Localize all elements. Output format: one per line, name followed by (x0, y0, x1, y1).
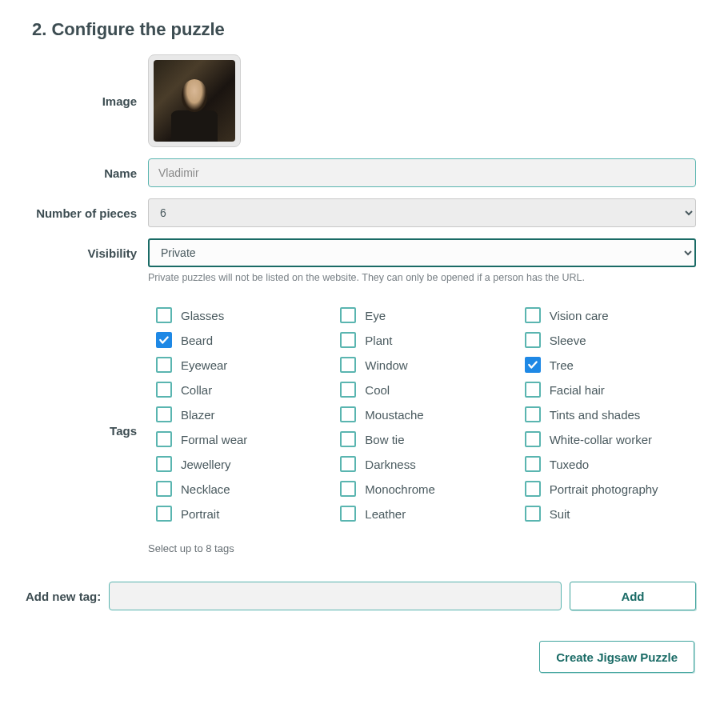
tag-checkbox[interactable] (156, 332, 172, 348)
tag-item: Leather (340, 506, 511, 522)
tags-grid: GlassesBeardEyewearCollarBlazerFormal we… (148, 304, 696, 522)
tag-label[interactable]: Glasses (181, 309, 224, 322)
tag-label[interactable]: Vision care (550, 309, 609, 322)
tag-checkbox[interactable] (340, 382, 356, 398)
tag-label[interactable]: Window (365, 358, 407, 372)
tag-label[interactable]: Facial hair (550, 383, 605, 397)
tag-checkbox[interactable] (340, 307, 356, 323)
tag-label[interactable]: Beard (181, 334, 213, 347)
tag-checkbox[interactable] (156, 406, 172, 422)
row-submit: Create Jigsaw Puzzle (24, 641, 696, 673)
row-pieces: Number of pieces 6 (24, 198, 696, 227)
tag-item: Eye (340, 307, 511, 323)
tags-note: Select up to 8 tags (148, 542, 696, 554)
tag-checkbox[interactable] (525, 431, 541, 447)
label-tags: Tags (24, 304, 148, 438)
tag-label[interactable]: Suit (550, 507, 570, 521)
label-name: Name (24, 166, 148, 180)
tag-checkbox[interactable] (525, 332, 541, 348)
tag-checkbox[interactable] (156, 307, 172, 323)
tag-checkbox[interactable] (156, 481, 172, 497)
tag-checkbox[interactable] (340, 456, 356, 472)
tag-item: Tints and shades (525, 406, 696, 422)
tag-item: Window (340, 357, 511, 373)
tag-checkbox[interactable] (156, 382, 172, 398)
tag-item: White-collar worker (525, 431, 696, 447)
tag-checkbox[interactable] (156, 357, 172, 373)
tag-item: Moustache (340, 406, 511, 422)
tag-label[interactable]: Bow tie (365, 433, 404, 446)
tag-label[interactable]: Necklace (181, 482, 230, 496)
tag-checkbox[interactable] (525, 382, 541, 398)
tag-checkbox[interactable] (525, 506, 541, 522)
pieces-select[interactable]: 6 (148, 198, 696, 227)
section-heading: 2. Configure the puzzle (32, 19, 696, 40)
row-name: Name (24, 158, 696, 187)
tag-label[interactable]: Darkness (365, 458, 415, 471)
tag-item: Suit (525, 506, 696, 522)
tag-label[interactable]: Tuxedo (550, 458, 589, 471)
tag-label[interactable]: Jewellery (181, 458, 231, 471)
tag-item: Glasses (156, 307, 327, 323)
tag-label[interactable]: Cool (365, 383, 390, 397)
tag-label[interactable]: Tree (550, 358, 574, 372)
tag-checkbox[interactable] (525, 456, 541, 472)
tag-checkbox[interactable] (525, 481, 541, 497)
tag-label[interactable]: Plant (365, 334, 392, 347)
tag-label[interactable]: Eyewear (181, 358, 227, 372)
tag-item: Monochrome (340, 481, 511, 497)
tag-item: Bow tie (340, 431, 511, 447)
tag-item: Sleeve (525, 332, 696, 348)
tag-label[interactable]: Tints and shades (550, 408, 641, 422)
tag-label[interactable]: Monochrome (365, 482, 435, 496)
label-visibility: Visibility (24, 246, 148, 260)
tag-item: Portrait (156, 506, 327, 522)
tag-checkbox[interactable] (340, 481, 356, 497)
tag-item: Portrait photography (525, 481, 696, 497)
row-visibility: Visibility Private (24, 238, 696, 267)
tag-item: Blazer (156, 406, 327, 422)
tag-checkbox[interactable] (525, 307, 541, 323)
tag-item: Beard (156, 332, 327, 348)
tag-label[interactable]: Leather (365, 507, 406, 521)
label-add-tag: Add new tag: (24, 590, 109, 603)
tag-item: Jewellery (156, 456, 327, 472)
tag-label[interactable]: Blazer (181, 408, 215, 422)
tag-label[interactable]: Sleeve (550, 334, 586, 347)
tag-label[interactable]: Portrait (181, 507, 219, 521)
configure-puzzle-form: 2. Configure the puzzle Image Name Numbe… (0, 0, 720, 705)
tag-item: Collar (156, 382, 327, 398)
image-thumbnail[interactable] (148, 54, 241, 147)
tag-checkbox[interactable] (340, 506, 356, 522)
tag-item: Vision care (525, 307, 696, 323)
tag-checkbox[interactable] (340, 332, 356, 348)
tag-item: Necklace (156, 481, 327, 497)
tag-label[interactable]: Collar (181, 383, 212, 397)
tag-checkbox[interactable] (156, 506, 172, 522)
tag-label[interactable]: Portrait photography (550, 482, 658, 496)
tag-item: Facial hair (525, 382, 696, 398)
add-button[interactable]: Add (570, 582, 696, 610)
label-image: Image (24, 94, 148, 108)
tag-checkbox[interactable] (340, 431, 356, 447)
tag-label[interactable]: Formal wear (181, 433, 247, 446)
tag-item: Tuxedo (525, 456, 696, 472)
create-puzzle-button[interactable]: Create Jigsaw Puzzle (539, 641, 694, 673)
tag-checkbox[interactable] (525, 406, 541, 422)
name-input[interactable] (148, 158, 696, 187)
tag-item: Cool (340, 382, 511, 398)
label-pieces: Number of pieces (24, 206, 148, 220)
add-tag-input[interactable] (109, 582, 562, 610)
tag-item: Tree (525, 357, 696, 373)
tag-item: Formal wear (156, 431, 327, 447)
tag-label[interactable]: White-collar worker (550, 433, 652, 446)
tag-checkbox[interactable] (340, 357, 356, 373)
tag-label[interactable]: Moustache (365, 408, 423, 422)
tag-checkbox[interactable] (156, 431, 172, 447)
row-tags: Tags GlassesBeardEyewearCollarBlazerForm… (24, 304, 696, 554)
tag-checkbox[interactable] (525, 357, 541, 373)
tag-label[interactable]: Eye (365, 309, 386, 322)
tag-checkbox[interactable] (340, 406, 356, 422)
tag-checkbox[interactable] (156, 456, 172, 472)
visibility-select[interactable]: Private (148, 238, 696, 267)
